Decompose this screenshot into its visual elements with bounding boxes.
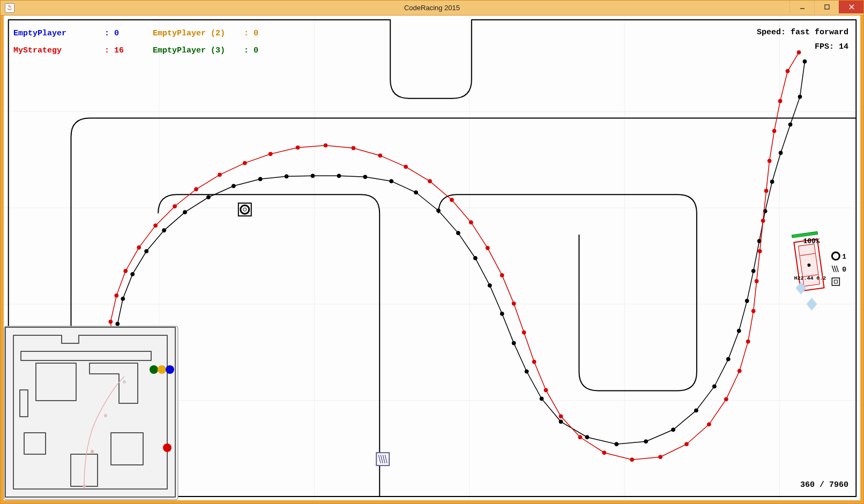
svg-point-96: [761, 219, 765, 223]
svg-point-50: [751, 269, 755, 273]
svg-point-18: [121, 297, 125, 300]
svg-point-22: [183, 210, 187, 214]
nitro-ammo-icon: [832, 266, 838, 272]
svg-point-85: [602, 451, 606, 455]
player-4-name: EmptyPlayer (3): [153, 42, 244, 59]
svg-point-116: [104, 414, 107, 417]
svg-point-99: [772, 129, 776, 133]
svg-point-60: [115, 294, 118, 297]
java-app-icon: [5, 3, 14, 13]
scoreboard: EmptyPlayer : 0 EmptyPlayer (2) : 0 MySt…: [13, 25, 292, 59]
svg-point-75: [450, 198, 453, 202]
svg-point-37: [512, 341, 516, 345]
svg-point-79: [512, 302, 516, 305]
svg-point-97: [764, 189, 768, 193]
svg-point-27: [311, 174, 315, 178]
svg-point-49: [745, 299, 749, 303]
svg-point-95: [758, 250, 762, 253]
svg-point-56: [798, 95, 802, 99]
car-debug-text: H22.44 0.2: [794, 275, 826, 281]
svg-point-29: [363, 175, 367, 179]
svg-point-77: [486, 246, 489, 250]
player-3-score: 16: [114, 42, 153, 59]
svg-point-28: [337, 174, 341, 178]
svg-point-38: [525, 370, 528, 373]
minimap-player-dot: [166, 365, 174, 374]
window-controls: [789, 1, 863, 13]
window-title: CodeRacing 2015: [1, 4, 863, 12]
tire-ammo-count: 1: [842, 253, 846, 261]
svg-point-91: [738, 369, 741, 373]
tick-current: 360: [800, 480, 815, 490]
svg-point-81: [532, 360, 536, 364]
svg-point-67: [243, 161, 247, 165]
svg-point-65: [194, 187, 198, 191]
svg-point-88: [684, 442, 688, 446]
game-viewport[interactable]: 100% H22.44 0.2 1 0: [4, 16, 860, 500]
close-button[interactable]: [839, 1, 863, 13]
svg-point-115: [91, 450, 94, 453]
svg-point-32: [436, 209, 440, 213]
titlebar: CodeRacing 2015: [1, 1, 863, 16]
fps-label: FPS:: [815, 42, 834, 51]
svg-point-41: [585, 435, 589, 439]
player-1-name: EmptyPlayer: [13, 25, 105, 42]
svg-point-48: [737, 329, 741, 333]
svg-point-78: [500, 273, 504, 277]
svg-point-74: [428, 179, 432, 183]
minimap[interactable]: [4, 326, 178, 500]
status-panel: Speed: fast forward FPS: 14: [757, 25, 848, 54]
svg-point-13: [243, 208, 247, 211]
svg-point-33: [456, 231, 460, 235]
trajectory-black: [116, 59, 807, 446]
svg-point-46: [712, 385, 716, 388]
svg-point-20: [145, 250, 148, 253]
svg-point-71: [352, 146, 355, 150]
tire-ammo-icon: [832, 252, 839, 260]
svg-rect-1: [825, 5, 829, 9]
svg-point-117: [123, 380, 126, 383]
player-2-name: EmptyPlayer (2): [153, 25, 244, 42]
svg-point-63: [154, 224, 158, 228]
svg-rect-111: [832, 278, 839, 285]
tick-counter: 360 / 7960: [800, 480, 848, 490]
svg-point-69: [296, 146, 300, 149]
svg-rect-113: [4, 326, 178, 500]
svg-point-40: [559, 420, 563, 424]
oil-ammo-icon: [832, 278, 839, 285]
ghost-car-marker: [806, 298, 817, 311]
svg-point-89: [707, 423, 711, 426]
svg-point-86: [630, 458, 634, 462]
svg-point-66: [218, 173, 221, 177]
svg-point-42: [615, 442, 619, 446]
player-1-score: 0: [114, 25, 153, 42]
svg-point-30: [390, 179, 393, 183]
svg-point-24: [232, 184, 235, 188]
svg-point-53: [770, 180, 774, 184]
svg-point-90: [724, 397, 728, 401]
speed-value: fast forward: [791, 28, 848, 37]
svg-point-21: [162, 229, 166, 232]
svg-point-73: [404, 165, 408, 169]
svg-point-98: [768, 159, 771, 163]
svg-point-54: [779, 151, 783, 155]
svg-point-19: [131, 272, 135, 276]
bonus-nitro: [376, 453, 389, 465]
player-2-score: 0: [254, 25, 292, 42]
svg-point-23: [206, 195, 210, 199]
car-hp-label: 100%: [803, 237, 820, 245]
svg-point-64: [173, 205, 177, 208]
bonus-tire: [239, 203, 251, 216]
svg-point-83: [559, 415, 563, 418]
svg-point-70: [324, 144, 327, 147]
svg-point-92: [746, 340, 750, 343]
svg-point-87: [659, 455, 662, 459]
maximize-button[interactable]: [814, 1, 839, 13]
svg-point-94: [755, 279, 758, 283]
svg-point-47: [726, 357, 730, 361]
minimap-player-dot: [163, 443, 172, 452]
svg-point-55: [788, 123, 792, 126]
svg-point-101: [786, 69, 789, 73]
minimize-button[interactable]: [789, 1, 814, 13]
svg-point-61: [124, 269, 128, 273]
